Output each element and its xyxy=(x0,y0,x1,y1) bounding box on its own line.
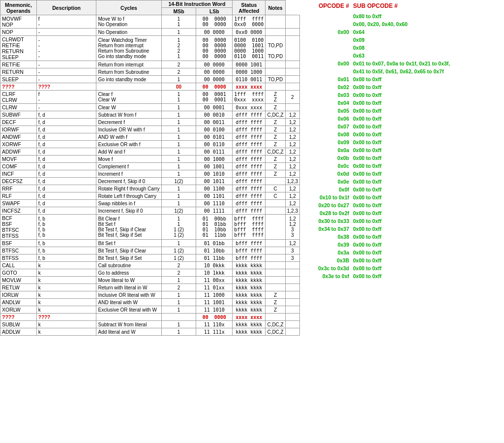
cell-msb: 11 1010 xyxy=(196,306,233,314)
cell-mnemonic: BTFSC xyxy=(0,247,37,254)
cell-msb: 01 00bb01 01bb01 10bb01 11bb xyxy=(196,215,233,240)
opcode-value: 0x01 xyxy=(304,76,353,83)
cell-msb: 00 0111 xyxy=(196,148,233,156)
sub-opcode-value: 0x00 to 0xff xyxy=(353,99,382,107)
cell-msb: 00 0000 xyxy=(196,29,233,36)
cell-mnemonic: CLRFCLRW xyxy=(0,91,37,104)
cell-mnemonic: XORWF xyxy=(0,141,37,148)
cell-cycles: 1 xyxy=(161,126,196,133)
cell-cycles: 2 xyxy=(161,284,196,291)
cell-operand: f, bf, bf, bf, b xyxy=(36,215,96,240)
header-description: Description xyxy=(36,0,96,15)
cell-notes: 1,2 xyxy=(285,170,299,178)
cell-mnemonic: ???? xyxy=(0,83,37,91)
main-container: Mnemonic,Operands Description Cycles 14-… xyxy=(0,0,504,336)
table-row: MOVLWkMove literal to W111 00xxkkkk kkkk xyxy=(0,277,300,284)
cell-description: No Operation xyxy=(96,29,161,36)
header-14bit: 14-Bit Instruction Word xyxy=(161,0,233,8)
cell-operand: f, d xyxy=(36,185,96,192)
cell-lsb: dfff ffff xyxy=(233,178,266,185)
opcode-value: 0x05 xyxy=(304,107,353,115)
opcode-value: 0x00 xyxy=(304,29,353,36)
cell-mnemonic: CLRW xyxy=(0,104,37,111)
cell-description: Clear Watchdog TimerReturn from interrup… xyxy=(96,36,161,61)
cell-description xyxy=(96,83,161,91)
table-row: CLRFCLRWf-Clear fClear W1100 000100 0001… xyxy=(0,91,300,104)
cell-lsb: kkkk kkkk xyxy=(233,321,266,328)
opcode-row: 0x63 xyxy=(304,52,500,60)
cell-mnemonic: IORLW xyxy=(0,291,37,299)
cell-msb: 00 0001 xyxy=(196,104,233,111)
cell-description: Rotate Right f through Carry xyxy=(96,185,161,192)
sub-opcode-value: 0x00 to 0xff xyxy=(353,115,382,123)
cell-status: Z xyxy=(266,104,285,111)
opcode-value: 0x02 xyxy=(304,84,353,91)
cell-cycles: 1 xyxy=(161,148,196,156)
cell-operand: f, d xyxy=(36,192,96,200)
cell-cycles: 1 xyxy=(161,200,196,207)
cell-mnemonic: SUBWF xyxy=(0,111,37,119)
cell-lsb: 0000 1000 xyxy=(233,68,266,76)
cell-cycles: 1 xyxy=(161,291,196,299)
cell-msb: 00 0010 xyxy=(196,111,233,119)
cell-operand: f, d xyxy=(36,207,96,215)
cell-operand: k xyxy=(36,291,96,299)
cell-mnemonic: ADDLW xyxy=(0,328,37,336)
cell-description: Return with literal in W xyxy=(96,284,161,291)
cell-mnemonic: ANDWF xyxy=(0,133,37,141)
cell-status xyxy=(266,215,285,240)
cell-status xyxy=(266,314,285,321)
cell-status xyxy=(266,29,285,36)
cell-msb: 00 1101 xyxy=(196,192,233,200)
cell-msb: 00 1110 xyxy=(196,200,233,207)
cell-msb: 00 0000 xyxy=(196,68,233,76)
cell-status: ZZ xyxy=(266,91,285,104)
cell-status: C xyxy=(266,185,285,192)
cell-notes xyxy=(285,15,299,29)
cell-lsb: 0100 01000000 10010000 10000110 0011 xyxy=(233,36,266,61)
opcode-row: 0x08 xyxy=(304,44,500,52)
cell-cycles: 1 xyxy=(161,163,196,170)
cell-cycles: 1221 xyxy=(161,36,196,61)
opcode-value: 0x04 xyxy=(304,99,353,107)
sub-opcode-value: 0x00 to 0xff xyxy=(353,225,382,233)
table-row: IORLWkInclusive OR literal with W111 100… xyxy=(0,291,300,299)
cell-notes xyxy=(285,104,299,111)
sub-opcode-value: 0x00 to 0xff xyxy=(353,210,382,217)
cell-description: Go to address xyxy=(96,269,161,277)
cell-status: Z xyxy=(266,133,285,141)
opcode-header: OPCODE # SUB OPCODE # xyxy=(304,2,500,9)
cell-notes: 1,2 xyxy=(285,156,299,163)
cell-msb: 00 000100 0001 xyxy=(196,91,233,104)
table-row: MOVWFNOPf-Move W to fNo Operation1100 00… xyxy=(0,15,300,29)
cell-operand: f- xyxy=(36,91,96,104)
table-row: DECFf, dDecrement f100 0011dfff ffffZ1,2 xyxy=(0,119,300,126)
sub-opcode-value: 0x64 xyxy=(353,29,364,36)
sub-opcode-value: 0x00 to 0xff xyxy=(353,202,382,209)
opcode-value: 0x34 to 0x37 xyxy=(304,225,353,233)
sub-opcode-value: 0x41 to 0x5f, 0x61, 0x62, 0x65 to 0x7f xyxy=(353,68,444,75)
cell-notes: 1,2 xyxy=(285,126,299,133)
cell-msb: 11 1000 xyxy=(196,291,233,299)
cell-cycles: 1 xyxy=(161,299,196,306)
cell-operand: f, b xyxy=(36,247,96,254)
opcode-row: 0x070x00 to 0xff xyxy=(304,123,500,130)
cell-msb: 11 00xx xyxy=(196,277,233,284)
opcode-value: 0x0f xyxy=(304,186,353,193)
opcode-value: 0x03 xyxy=(304,92,353,99)
cell-status xyxy=(266,200,285,207)
opcode-value: 0x0c xyxy=(304,162,353,170)
cell-msb: 11 1001 xyxy=(196,299,233,306)
cell-description: Rotate Left f through Carry xyxy=(96,192,161,200)
cell-operand: k xyxy=(36,284,96,291)
cell-notes: 1,2,3 xyxy=(285,207,299,215)
sub-opcode-value: 0x00 to 0xff xyxy=(353,123,382,130)
cell-mnemonic: MOVF xyxy=(0,156,37,163)
opcode-value: 0x07 xyxy=(304,123,353,130)
cell-mnemonic: RRF xyxy=(0,185,37,192)
cell-cycles: 2 xyxy=(161,269,196,277)
cell-mnemonic: NOP xyxy=(0,29,37,36)
table-row: ANDWFf, dAND W with f100 0101dfff ffffZ1… xyxy=(0,133,300,141)
cell-mnemonic: RLF xyxy=(0,192,37,200)
cell-lsb: bfff ffff xyxy=(233,247,266,254)
